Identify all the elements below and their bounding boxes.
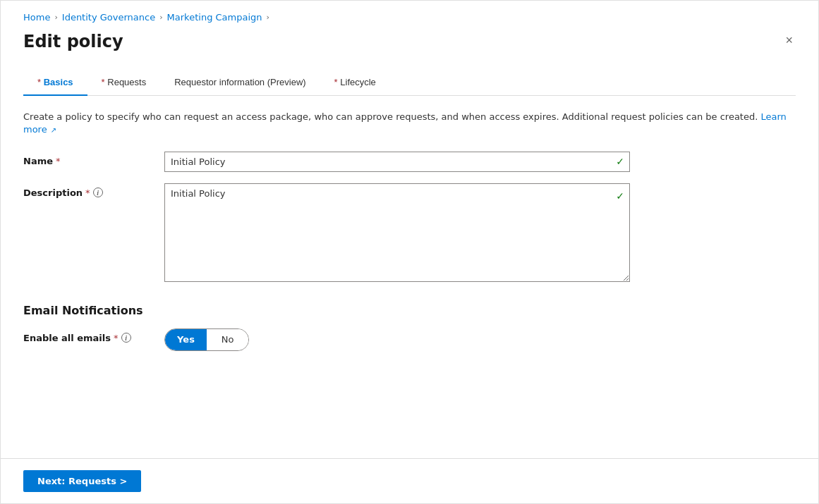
tab-lifecycle[interactable]: Lifecycle [320,70,390,96]
description-row: Create a policy to specify who can reque… [23,110,796,135]
page-header: Edit policy × [23,31,796,53]
tabs-container: Basics Requests Requestor information (P… [23,70,796,96]
breadcrumb-identity-governance[interactable]: Identity Governance [62,12,155,23]
breadcrumb-marketing-campaign[interactable]: Marketing Campaign [167,12,262,23]
description-text: Create a policy to specify who can reque… [23,111,758,122]
email-notifications-heading: Email Notifications [23,304,796,317]
toggle-no-button[interactable]: No [207,329,248,350]
enable-emails-label-text: Enable all emails [23,333,111,343]
enable-emails-label: Enable all emails * i [23,328,164,343]
description-label: Description * i [23,183,164,198]
name-input[interactable] [164,152,630,172]
tab-basics[interactable]: Basics [23,70,87,96]
page-wrapper: Home › Identity Governance › Marketing C… [0,0,819,504]
footer: Next: Requests > [1,458,818,503]
name-label: Name * [23,152,164,166]
close-button[interactable]: × [782,31,796,49]
external-link-icon: ↗ [49,126,57,134]
next-button[interactable]: Next: Requests > [23,470,141,492]
name-input-wrapper: ✓ [164,152,630,172]
name-label-text: Name [23,156,53,166]
enable-emails-info-icon[interactable]: i [121,333,131,343]
tab-requests[interactable]: Requests [87,70,161,96]
breadcrumb-sep-1: › [54,13,57,22]
yes-no-toggle: Yes No [164,328,249,351]
email-notifications-section: Email Notifications Enable all emails * … [23,304,796,351]
description-info-icon[interactable]: i [93,188,103,197]
name-check-icon: ✓ [616,156,624,167]
form-section: Name * ✓ Description * i Initial Policy … [23,152,796,284]
form-row-description: Description * i Initial Policy ✓ [23,183,796,284]
enable-emails-required-star: * [114,333,119,343]
enable-emails-row: Enable all emails * i Yes No [23,328,796,351]
breadcrumb-sep-2: › [159,13,162,22]
tab-requestor-info[interactable]: Requestor information (Preview) [160,70,320,96]
breadcrumb: Home › Identity Governance › Marketing C… [23,12,796,23]
breadcrumb-home[interactable]: Home [23,12,50,23]
description-textarea[interactable]: Initial Policy [164,183,630,282]
toggle-yes-button[interactable]: Yes [165,329,207,350]
main-content: Home › Identity Governance › Marketing C… [1,1,818,458]
description-check-icon: ✓ [616,190,624,202]
form-row-name: Name * ✓ [23,152,796,172]
description-input-wrapper: Initial Policy ✓ [164,183,630,284]
description-required-star: * [85,188,90,198]
breadcrumb-sep-3: › [267,13,269,22]
name-required-star: * [56,156,61,166]
description-label-text: Description [23,188,83,198]
page-title: Edit policy [23,31,123,53]
